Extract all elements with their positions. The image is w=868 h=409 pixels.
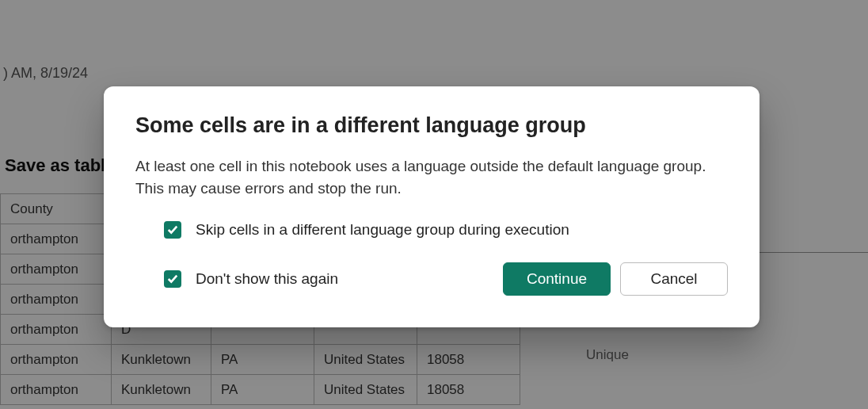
checkbox-checked-icon[interactable]	[164, 270, 181, 288]
language-group-dialog: Some cells are in a different language g…	[104, 86, 760, 327]
skip-cells-checkbox-row[interactable]: Skip cells in a different language group…	[135, 221, 728, 239]
skip-cells-label: Skip cells in a different language group…	[196, 221, 569, 239]
dialog-description: At least one cell in this notebook uses …	[135, 155, 728, 199]
continue-button[interactable]: Continue	[503, 262, 611, 296]
dont-show-checkbox-row[interactable]: Don't show this again	[164, 270, 503, 288]
dont-show-label: Don't show this again	[196, 270, 338, 288]
dialog-title: Some cells are in a different language g…	[135, 113, 728, 138]
cancel-button[interactable]: Cancel	[620, 262, 728, 296]
checkbox-checked-icon[interactable]	[164, 221, 181, 239]
